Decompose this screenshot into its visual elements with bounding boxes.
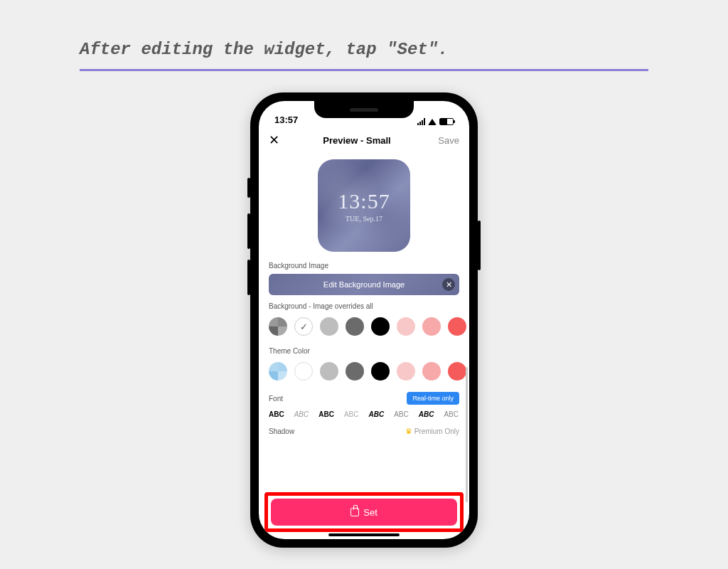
export-icon xyxy=(350,508,359,516)
bg-color-swatch[interactable] xyxy=(371,317,390,336)
realtime-badge[interactable]: Real-time only xyxy=(407,392,459,405)
volume-down xyxy=(247,260,250,295)
signal-icon xyxy=(417,118,425,125)
bg-color-swatch[interactable] xyxy=(320,317,338,336)
bg-color-picker-icon[interactable] xyxy=(269,317,287,336)
theme-color-swatch[interactable] xyxy=(346,362,364,381)
premium-badge[interactable]: ♛Premium Only xyxy=(405,427,459,436)
bg-color-selected[interactable] xyxy=(294,317,313,336)
font-option[interactable]: ABC xyxy=(344,410,359,418)
edit-background-button[interactable]: Edit Background Image ✕ xyxy=(269,274,459,295)
phone-screen: 13:57 ✕ Preview - Small Save 13:57 TUE, … xyxy=(259,101,469,539)
bg-color-row xyxy=(269,314,459,339)
close-button[interactable]: ✕ xyxy=(269,132,283,148)
power-button xyxy=(478,220,481,270)
font-option[interactable]: ABC xyxy=(294,410,309,418)
font-option[interactable]: ABC xyxy=(318,410,334,418)
battery-icon xyxy=(439,118,454,125)
font-option[interactable]: ABC xyxy=(444,410,459,418)
bg-color-swatch[interactable] xyxy=(448,317,466,336)
widget-preview[interactable]: 13:57 TUE, Sep.17 xyxy=(318,159,410,252)
shadow-row: Shadow ♛Premium Only xyxy=(269,427,459,436)
theme-color-swatch[interactable] xyxy=(422,362,441,381)
set-button-label: Set xyxy=(363,507,378,518)
widget-date: TUE, Sep.17 xyxy=(346,215,382,223)
font-label: Font xyxy=(269,395,283,403)
theme-color-row xyxy=(269,359,459,383)
editor-content: 13:57 TUE, Sep.17 Background Image Edit … xyxy=(259,154,469,539)
widget-time: 13:57 xyxy=(338,189,390,213)
bg-color-label: Background - Image overrides all xyxy=(269,302,459,310)
save-button[interactable]: Save xyxy=(431,135,459,146)
volume-up xyxy=(247,213,250,249)
bg-color-swatch[interactable] xyxy=(346,317,364,336)
bg-color-swatch[interactable] xyxy=(397,317,415,336)
mute-switch xyxy=(247,178,250,198)
instruction-text: After editing the widget, tap "Set". xyxy=(80,40,648,71)
shadow-label: Shadow xyxy=(269,427,294,435)
font-sample-row: ABC ABC ABC ABC ABC ABC ABC ABC xyxy=(269,410,459,418)
set-button-highlight: Set xyxy=(264,492,464,532)
clear-background-icon[interactable]: ✕ xyxy=(442,278,455,291)
home-indicator[interactable] xyxy=(328,533,400,536)
theme-color-label: Theme Color xyxy=(269,347,459,355)
bg-color-swatch[interactable] xyxy=(422,317,441,336)
font-option[interactable]: ABC xyxy=(419,410,434,418)
font-option[interactable]: ABC xyxy=(394,410,409,418)
status-time: 13:57 xyxy=(274,115,298,125)
theme-color-swatch[interactable] xyxy=(294,362,313,381)
notch xyxy=(314,101,414,118)
nav-bar: ✕ Preview - Small Save xyxy=(259,127,469,154)
font-option[interactable]: ABC xyxy=(368,410,384,418)
theme-color-swatch[interactable] xyxy=(320,362,338,381)
wifi-icon xyxy=(428,119,437,125)
theme-color-swatch[interactable] xyxy=(448,362,466,381)
edit-background-label: Edit Background Image xyxy=(323,280,405,289)
font-option[interactable]: ABC xyxy=(269,410,284,418)
scrollbar[interactable] xyxy=(466,367,468,502)
page-title: Preview - Small xyxy=(283,135,431,146)
phone-device-frame: 13:57 ✕ Preview - Small Save 13:57 TUE, … xyxy=(250,92,478,548)
set-button[interactable]: Set xyxy=(271,499,457,526)
theme-color-swatch[interactable] xyxy=(397,362,415,381)
theme-color-picker-icon[interactable] xyxy=(269,362,287,381)
crown-icon: ♛ xyxy=(405,427,412,436)
bg-image-label: Background Image xyxy=(269,262,459,270)
theme-color-swatch[interactable] xyxy=(371,362,390,381)
